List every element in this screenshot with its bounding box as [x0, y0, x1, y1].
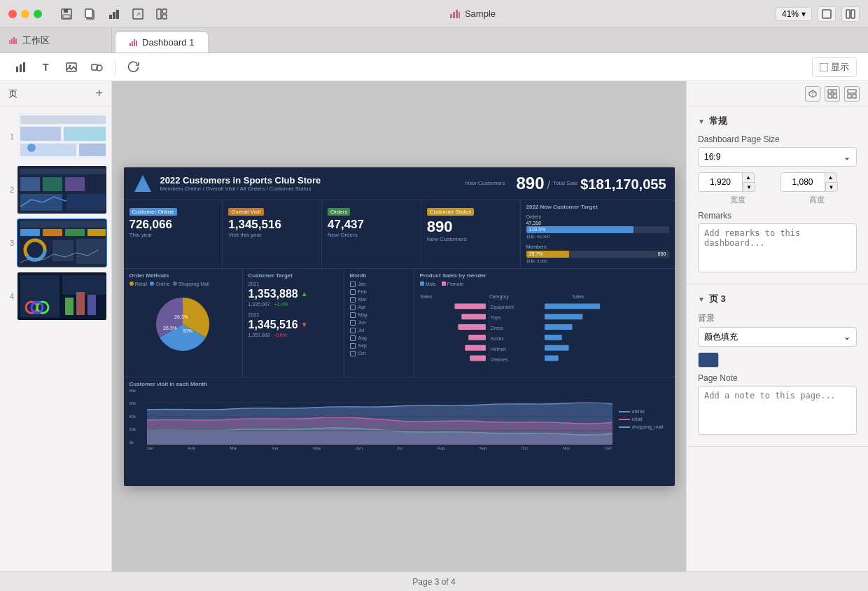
page-note-textarea[interactable]: [698, 386, 857, 435]
customer-visit-section: Customer visit in each Month 80k 60k 40k…: [124, 377, 675, 454]
page-section-header[interactable]: ▼ 页 3: [698, 293, 857, 305]
svg-rect-19: [851, 10, 855, 18]
svg-rect-86: [461, 314, 486, 319]
svg-rect-10: [157, 9, 161, 19]
svg-rect-27: [136, 41, 137, 46]
svg-rect-53: [20, 229, 40, 236]
svg-rect-21: [11, 39, 13, 44]
height-value[interactable]: 1,080: [780, 172, 825, 192]
new-customers-value: 890: [517, 174, 545, 193]
svg-rect-103: [833, 90, 836, 93]
bg-color-swatch[interactable]: [698, 352, 719, 368]
orders-target-label: Orders: [526, 214, 669, 219]
app-title: Sample: [449, 8, 496, 20]
height-increment[interactable]: ▲: [825, 172, 837, 182]
zoom-control[interactable]: 41% ▾: [776, 7, 812, 21]
svg-rect-94: [545, 334, 562, 340]
width-increment[interactable]: ▲: [742, 172, 755, 182]
status-bar: Page 3 of 4: [0, 571, 868, 591]
svg-rect-69: [88, 295, 96, 315]
svg-text:Equipment: Equipment: [490, 305, 513, 310]
svg-rect-20: [9, 40, 10, 44]
svg-text:Sales: Sales: [420, 293, 433, 298]
metric-value-3: 47,437: [328, 218, 415, 232]
refresh-tool[interactable]: [124, 57, 144, 77]
add-page-button[interactable]: +: [95, 86, 103, 101]
page-thumbnail-4[interactable]: [17, 272, 107, 321]
svg-rect-47: [43, 177, 62, 191]
view-split-button[interactable]: [841, 6, 860, 22]
save-icon[interactable]: [59, 6, 74, 22]
customer-visit-title: Customer visit in each Month: [130, 381, 669, 387]
layout-options-icon[interactable]: [844, 86, 860, 102]
grid-icon[interactable]: [825, 86, 840, 102]
svg-rect-30: [23, 62, 25, 72]
svg-rect-52: [20, 221, 106, 228]
metric-sub-2: Visit this year: [228, 232, 316, 238]
month-title: Month: [350, 272, 408, 279]
bar-chart-tool[interactable]: [11, 57, 31, 77]
general-section-header[interactable]: ▼ 常规: [698, 115, 857, 127]
chart-icon[interactable]: [106, 6, 122, 22]
svg-text:Category: Category: [489, 293, 509, 299]
x-axis-labels: Jan Feb Mar Apr May Jun Jul Aug Sep Oct …: [147, 446, 612, 450]
svg-rect-11: [162, 9, 167, 13]
height-label: 高度: [778, 195, 858, 205]
sub-2021: 1,335,067 +1.4%: [248, 302, 338, 307]
width-decrement[interactable]: ▼: [743, 182, 755, 192]
page-thumbnail-2[interactable]: [17, 165, 107, 214]
svg-rect-107: [848, 95, 851, 98]
svg-rect-17: [822, 10, 831, 18]
layout-icon[interactable]: [154, 6, 169, 22]
tab-dashboard1[interactable]: Dashboard 1: [115, 32, 209, 53]
left-sidebar: 页 + 1: [0, 81, 112, 571]
svg-rect-7: [116, 10, 119, 19]
orders-target-ref: 目标: 40,000: [526, 234, 669, 240]
month-list: Jan Feb Mar Apr May Jun Jul Aug Sep Oct: [350, 281, 408, 356]
svg-rect-85: [454, 303, 486, 309]
svg-rect-48: [65, 177, 85, 191]
maximize-button[interactable]: [34, 10, 42, 18]
slash: /: [547, 179, 550, 192]
shape-tool[interactable]: [87, 57, 106, 77]
dashboard-title: 2022 Customers in Sports Club Store: [160, 175, 458, 186]
y-axis-labels: 80k 60k 40k 20k 0k: [130, 389, 146, 445]
svg-rect-13: [450, 14, 452, 18]
svg-rect-12: [162, 15, 167, 19]
svg-text:Sales: Sales: [572, 293, 584, 298]
svg-rect-23: [15, 39, 17, 44]
workspace-label: 工作区: [22, 34, 50, 47]
arrow-up: ▲: [301, 290, 308, 298]
general-arrow: ▼: [698, 118, 705, 125]
page-thumbnail-3[interactable]: [17, 218, 107, 267]
page-size-select[interactable]: 16:9 ⌄: [698, 147, 857, 167]
bg-select[interactable]: 颜色填充 ⌄: [698, 327, 857, 347]
general-title: 常规: [709, 115, 727, 127]
toolbar-right: 显示: [812, 57, 857, 77]
text-tool[interactable]: T: [36, 57, 56, 77]
page-thumbnail-1[interactable]: [17, 112, 107, 161]
svg-rect-56: [88, 229, 106, 236]
export-icon[interactable]: ↗: [130, 6, 146, 22]
copy-icon[interactable]: [83, 6, 98, 22]
3d-icon[interactable]: [805, 86, 820, 102]
page-number-2: 2: [4, 186, 14, 194]
width-value[interactable]: 1,920: [698, 172, 743, 192]
svg-rect-59: [52, 240, 74, 261]
view-single-button[interactable]: [818, 6, 836, 22]
svg-rect-36: [820, 63, 828, 71]
canvas-toolbar: T 显示: [0, 53, 868, 81]
minimize-button[interactable]: [21, 10, 29, 18]
remarks-textarea[interactable]: [698, 223, 857, 272]
height-input-group: 1,080 ▲ ▼: [780, 172, 858, 192]
close-button[interactable]: [8, 10, 17, 18]
height-decrement[interactable]: ▼: [825, 182, 838, 192]
product-sales-chart: Sales Category Sales Equipment Tops Dres…: [420, 289, 669, 373]
svg-marker-70: [134, 175, 151, 192]
display-button[interactable]: 显示: [812, 57, 857, 77]
charts-area: Order Methods Retail Online Shopping Mal…: [124, 269, 675, 377]
image-tool[interactable]: [62, 57, 81, 77]
metric-orders: Orders 47,437 New Orders: [322, 200, 421, 268]
target-title: 2022 New Customer Target: [526, 204, 669, 210]
new-customers-label: New Customers: [465, 180, 505, 186]
